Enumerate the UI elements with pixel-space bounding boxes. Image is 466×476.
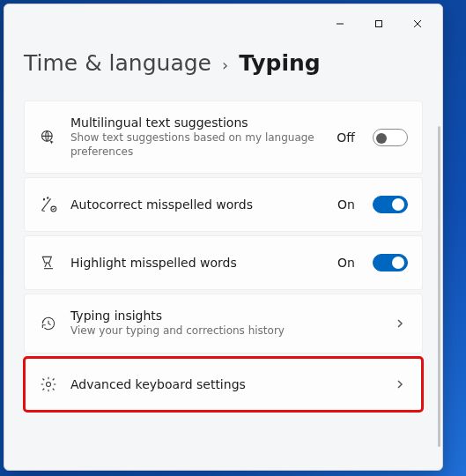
toggle-state-label: Off [337,130,355,145]
setting-title: Advanced keyboard settings [70,377,380,391]
toggle-autocorrect[interactable] [373,196,408,213]
setting-row-advanced-keyboard[interactable]: Advanced keyboard settings [24,357,423,412]
minimize-icon [336,19,344,28]
history-icon [39,315,58,332]
close-icon [413,19,422,28]
setting-subtitle: View your typing and corrections history [70,324,380,338]
close-button[interactable] [398,10,437,38]
breadcrumb: Time & language › Typing [24,50,423,76]
svg-point-10 [47,382,51,386]
content-area: Time & language › Typing Multilingual te… [4,50,442,412]
setting-row-highlight[interactable]: Highlight misspelled words On [24,235,423,290]
setting-title: Highlight misspelled words [70,256,325,270]
settings-window: Time & language › Typing Multilingual te… [4,4,443,471]
breadcrumb-parent[interactable]: Time & language [24,50,211,76]
minimize-button[interactable] [321,10,359,38]
scrollbar[interactable] [438,126,440,447]
chevron-right-icon [392,318,408,329]
svg-point-7 [43,199,44,200]
setting-row-multilingual[interactable]: Multilingual text suggestions Show text … [24,100,423,174]
chevron-right-icon: › [222,56,228,74]
autocorrect-icon [39,196,58,213]
highlight-icon [39,254,58,271]
toggle-multilingual[interactable] [373,129,408,146]
toggle-highlight[interactable] [373,254,408,271]
toggle-state-label: On [337,197,355,212]
setting-title: Multilingual text suggestions [70,115,324,130]
page-title: Typing [239,50,321,76]
maximize-button[interactable] [359,10,398,38]
gear-icon [39,376,58,393]
setting-subtitle: Show text suggestions based on my langua… [70,130,324,159]
setting-row-autocorrect[interactable]: Autocorrect misspelled words On [24,177,423,232]
titlebar [4,4,442,43]
maximize-icon [374,19,383,28]
globe-text-icon [39,129,58,146]
toggle-state-label: On [337,256,355,270]
chevron-right-icon [392,379,408,390]
svg-rect-5 [376,21,382,27]
svg-point-8 [48,197,48,198]
setting-title: Typing insights [70,309,380,323]
setting-title: Autocorrect misspelled words [70,197,325,212]
setting-row-insights[interactable]: Typing insights View your typing and cor… [24,294,423,353]
